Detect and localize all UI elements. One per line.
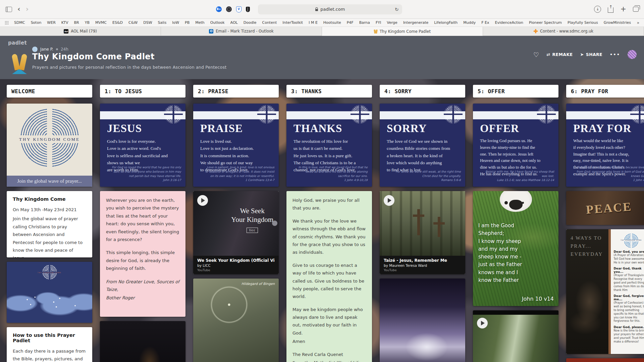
prayer-text-card[interactable]: Holy God, we praise you for all that you…	[286, 191, 372, 362]
bookmark-item[interactable]: MVMC	[95, 20, 107, 25]
image-caption: Hildegard of Bingen	[241, 282, 275, 286]
verse-text: Rejoice with me, for I have found my she…	[483, 170, 554, 178]
bookmark-item[interactable]: Meth	[195, 20, 205, 25]
address-bar[interactable]: padlet.com ↻	[258, 4, 402, 14]
tab-padlet-active[interactable]: Thy Kingdom Come Padlet	[322, 27, 483, 36]
card-text: Holy God, we praise you for all that you…	[292, 196, 366, 212]
bookmark-item[interactable]: YB	[85, 20, 90, 25]
remake-button[interactable]: ⇄REMAKE	[546, 52, 573, 57]
like-heart-icon[interactable]: ♡	[533, 51, 539, 58]
padlet-logo[interactable]: padlet	[8, 40, 27, 46]
tab-content-sdmc[interactable]: Content - www.sdmc.org.uk	[483, 27, 644, 36]
intro-text-card[interactable]: Thy Kingdom Come On May 13th -May 23rd 2…	[7, 191, 92, 257]
back-button[interactable]: ‹	[17, 6, 20, 13]
bookmark-item[interactable]: I M E	[309, 20, 318, 25]
sidebar-toggle-icon[interactable]	[5, 7, 12, 12]
play-button-icon[interactable]	[197, 195, 208, 206]
four-ways-panel: THY KINGDOM COME Dear God, you are... (A…	[611, 229, 644, 354]
plant-image-card[interactable]: Hildegard of Bingen	[193, 279, 279, 362]
favorites-grid-icon[interactable]	[5, 21, 8, 24]
offer-scripture-card[interactable]: OFFER The loving God pursues us. He leav…	[473, 104, 558, 187]
bookmark-item[interactable]: EvidenceAction	[495, 20, 524, 25]
remake-icon: ⇄	[546, 52, 550, 57]
sorry-scripture-card[interactable]: SORRY The love of God we see shown in co…	[380, 104, 465, 187]
bookmark-item[interactable]: Intergenerate	[403, 20, 428, 25]
thanks-scripture-card[interactable]: THANKS The revolution of His love for us…	[286, 104, 372, 187]
tkc-logo-image-card[interactable]: THY KINGDOM COME Join the global wave of…	[7, 104, 92, 187]
bookmark-item[interactable]: Outlook	[210, 20, 225, 25]
bookmark-item[interactable]: Content	[262, 20, 277, 25]
bookmark-item[interactable]: DSW	[143, 20, 152, 25]
toolbar-right-group: ↓ +	[594, 6, 639, 13]
bookmark-item[interactable]: PB	[185, 20, 190, 25]
bookmark-item[interactable]: Muddy	[463, 20, 476, 25]
more-options-button[interactable]: •••	[610, 52, 620, 57]
bookmark-item[interactable]: Verge	[387, 20, 397, 25]
forward-button[interactable]: ›	[26, 6, 29, 13]
bookmarks-overflow-chevron[interactable]: »	[637, 20, 639, 25]
card-heading: OFFER	[480, 122, 519, 135]
world-map-image-card[interactable]: THY KINGDOM COME	[7, 262, 92, 323]
sheep-stone	[500, 191, 532, 212]
bookmark-item[interactable]: ES&D	[112, 20, 123, 25]
bookmark-item[interactable]: FYI	[376, 20, 381, 25]
play-button-icon[interactable]	[384, 195, 394, 206]
pray-for-scripture-card[interactable]: PRAY FOR What would the world be like if…	[566, 104, 644, 187]
stream-video-card[interactable]	[473, 310, 558, 362]
browser-toolbar: ‹ › B+ V padlet.com ↻ ↓ +	[0, 0, 644, 19]
verse-reference: 1 John 4:7	[576, 178, 644, 182]
verse-text: In this is love, not that we loved God b…	[297, 165, 368, 178]
bookmark-item[interactable]: Salis	[158, 20, 167, 25]
share-button[interactable]: ➤SHARE	[580, 52, 602, 57]
taize-quote-card[interactable]: Wherever you are on the earth, you wish …	[100, 191, 185, 317]
bookmark-item[interactable]: Barna	[359, 20, 370, 25]
bookmark-item[interactable]: IoW	[172, 20, 179, 25]
bplus-extension-icon[interactable]: B+	[216, 6, 222, 12]
bookmark-item[interactable]: SDMC	[14, 20, 25, 25]
bookmark-item[interactable]: GrowMinistries	[604, 20, 631, 25]
bookmark-item[interactable]: C&W	[128, 20, 138, 25]
bookmark-item[interactable]: Hootsuite	[323, 20, 341, 25]
globe-extension-icon[interactable]	[226, 6, 232, 12]
reload-icon[interactable]: ↻	[395, 7, 399, 12]
bookmark-item[interactable]: Doodle	[244, 20, 257, 25]
bookmark-item[interactable]: Soton	[31, 20, 42, 25]
we-seek-video-card[interactable]: We Seek Your Kingdom licc We Seek Your K…	[193, 191, 279, 274]
column-title: 3: THANKS	[286, 85, 372, 98]
video-thumbnail[interactable]	[380, 191, 465, 256]
bookmark-item[interactable]: P4F	[347, 20, 354, 25]
dark-image-card[interactable]	[100, 321, 185, 362]
shield-check-extension-icon[interactable]: V	[236, 6, 241, 12]
bookmark-item[interactable]: InterToolkit	[282, 20, 303, 25]
bookmark-item[interactable]: F Ex	[481, 20, 489, 25]
video-source: YouTube	[384, 268, 461, 272]
bookmark-item[interactable]: Playfully Serious	[568, 20, 598, 25]
howto-text-card[interactable]: How to use this Prayer Padlet Each day t…	[7, 327, 92, 362]
downloads-icon[interactable]: ↓	[594, 6, 601, 13]
four-ways-to-pray-card[interactable]: 4 WAYS TO PRAY... EVERYDAY THY KINGDOM C…	[566, 229, 644, 354]
taize-video-card[interactable]: Taizé - Jesus, Remember Me by Maureen Te…	[380, 191, 465, 274]
play-button-icon[interactable]	[477, 318, 488, 328]
peace-image-card[interactable]: PEACE	[566, 191, 644, 225]
column-pray-for: 6: PRAY FOR PRAY FOR What would the worl…	[566, 85, 644, 362]
privacy-shield-extension-icon[interactable]	[246, 7, 250, 12]
tab-outlook[interactable]: O Email - Mark Tizzard - Outlook	[161, 27, 322, 36]
abstract-image-card[interactable]	[380, 279, 465, 362]
tab-overview-icon[interactable]	[633, 7, 639, 12]
video-thumbnail[interactable]: We Seek Your Kingdom licc	[193, 191, 279, 256]
bookmark-item[interactable]: AOL	[230, 20, 238, 25]
video-byline: by Maureen Teresa Ward	[384, 263, 461, 267]
bookmark-item[interactable]: BR	[74, 20, 79, 25]
user-avatar[interactable]	[628, 50, 637, 59]
share-page-icon[interactable]	[608, 7, 613, 13]
bookmark-item[interactable]: LifelongFaith	[434, 20, 458, 25]
bookmark-item[interactable]: Pioneer Spectrum	[529, 20, 562, 25]
bookmark-item[interactable]: WER	[47, 20, 55, 25]
new-tab-icon[interactable]: +	[620, 6, 626, 13]
jesus-scripture-card[interactable]: JESUS God's love is for everyone. Love i…	[100, 104, 185, 187]
partial-image-card[interactable]	[566, 358, 644, 362]
praise-scripture-card[interactable]: PRAISE Love is lived out. Love is not ju…	[193, 104, 279, 187]
tab-aol-mail[interactable]: Aol AOL Mail (79)	[0, 27, 161, 36]
good-shepherd-image-card[interactable]: I am the Good Shepherd; I know my sheep …	[473, 191, 558, 306]
bookmark-item[interactable]: KTV	[61, 20, 68, 25]
